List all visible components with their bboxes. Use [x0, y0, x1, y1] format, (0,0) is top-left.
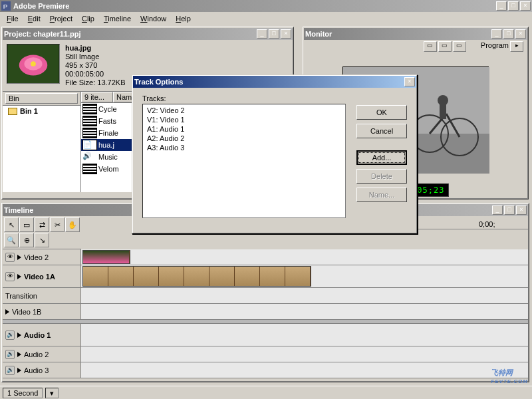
- menu-timeline[interactable]: Timeline: [100, 13, 135, 24]
- delete-button[interactable]: Delete: [356, 169, 407, 184]
- track-body[interactable]: [81, 362, 528, 378]
- track-header[interactable]: 🔊Audio 1: [3, 324, 81, 346]
- track-header[interactable]: 🔊Audio 2: [3, 346, 81, 362]
- bin-tree[interactable]: Bin Bin 1: [3, 92, 81, 192]
- project-max-button[interactable]: □: [269, 29, 279, 39]
- timeline-max-button[interactable]: □: [504, 205, 515, 215]
- video-clip[interactable]: [82, 266, 311, 287]
- range-tool[interactable]: ▭: [19, 217, 34, 232]
- name-button[interactable]: Name...: [356, 188, 407, 202]
- zoom-tool[interactable]: 🔍: [4, 233, 19, 247]
- file-name: Velom: [98, 165, 119, 173]
- razor-tool[interactable]: ✂: [50, 217, 65, 232]
- minimize-button[interactable]: _: [496, 1, 507, 11]
- file-name: hua.jpg: [65, 44, 91, 52]
- visibility-icon[interactable]: 👁: [5, 272, 15, 281]
- file-type: Still Image: [65, 53, 99, 61]
- timeline-min-button[interactable]: _: [492, 205, 503, 215]
- link-tool[interactable]: ⊕: [19, 233, 34, 247]
- track-header[interactable]: 👁Video 1A: [3, 265, 81, 287]
- program-label: Program: [481, 41, 509, 52]
- video-clip[interactable]: [82, 250, 130, 264]
- track-body[interactable]: [81, 346, 528, 362]
- statusbar: 1 Second ▾: [0, 386, 532, 399]
- track-header[interactable]: 👁Video 2: [3, 249, 81, 265]
- film-icon: [82, 128, 97, 138]
- film-icon: [82, 116, 97, 126]
- visibility-icon[interactable]: 👁: [5, 253, 15, 262]
- monitor-titlebar[interactable]: Monitor _ □ ×: [304, 28, 527, 40]
- expand-icon[interactable]: [17, 332, 21, 338]
- track-list-item[interactable]: A3: Audio 3: [147, 143, 341, 152]
- project-min-button[interactable]: _: [257, 29, 267, 39]
- maximize-button[interactable]: □: [508, 1, 519, 11]
- dialog-title: Track Options: [134, 78, 404, 86]
- menu-file[interactable]: File: [3, 13, 23, 24]
- monitor-mode-3[interactable]: ▭: [453, 41, 466, 52]
- close-button[interactable]: ×: [520, 1, 531, 11]
- visibility-icon[interactable]: 🔊: [5, 350, 15, 359]
- track-label: Audio 1: [24, 331, 51, 339]
- monitor-min-button[interactable]: _: [491, 29, 502, 39]
- track-body[interactable]: [81, 304, 528, 319]
- cancel-button[interactable]: Cancel: [356, 124, 407, 138]
- expand-icon[interactable]: [17, 352, 21, 357]
- app-titlebar: P Adobe Premiere _ □ ×: [0, 0, 532, 12]
- project-close-button[interactable]: ×: [281, 29, 291, 39]
- hand-tool[interactable]: ✋: [65, 217, 80, 232]
- track-body[interactable]: [81, 265, 528, 287]
- menu-clip[interactable]: Clip: [78, 13, 98, 24]
- monitor-mode-2[interactable]: ▭: [438, 41, 452, 52]
- track-list-item[interactable]: A2: Audio 2: [147, 134, 341, 143]
- expand-icon[interactable]: [17, 255, 21, 260]
- monitor-title: Monitor: [305, 30, 491, 38]
- file-duration: 00:00:05:00: [65, 70, 104, 78]
- track-body[interactable]: [81, 324, 528, 346]
- film-icon: [82, 164, 97, 174]
- ripple-tool[interactable]: ⇄: [35, 217, 49, 232]
- track-list-item[interactable]: V1: Video 1: [147, 115, 341, 124]
- file-dims: 495 x 370: [65, 61, 97, 69]
- menu-project[interactable]: Project: [46, 13, 76, 24]
- menu-help[interactable]: Help: [172, 13, 195, 24]
- track-body[interactable]: [81, 288, 528, 303]
- file-name: hua.j: [98, 141, 114, 149]
- track-header[interactable]: 🔊Audio 3: [3, 362, 81, 378]
- ok-button[interactable]: OK: [356, 105, 407, 120]
- menu-edit[interactable]: Edit: [24, 13, 45, 24]
- monitor-mode-1[interactable]: ▭: [424, 41, 437, 52]
- col-count[interactable]: 9 ite...: [81, 92, 113, 102]
- track-body[interactable]: [81, 249, 528, 265]
- menu-window[interactable]: Window: [136, 13, 170, 24]
- add-button[interactable]: Add...: [356, 150, 407, 165]
- zoom-level[interactable]: 1 Second: [3, 388, 43, 398]
- visibility-icon[interactable]: 🔊: [5, 366, 15, 375]
- file-size: File Size: 13.72KB: [65, 78, 126, 86]
- dialog-titlebar[interactable]: Track Options ×: [133, 76, 416, 88]
- dialog-close-button[interactable]: ×: [404, 77, 415, 86]
- program-menu-button[interactable]: ▸: [510, 41, 523, 52]
- expand-icon[interactable]: [5, 309, 9, 315]
- project-titlebar[interactable]: Project: chapter11.ppj _ □ ×: [3, 28, 293, 40]
- file-name: Finale: [98, 129, 118, 137]
- visibility-icon[interactable]: 🔊: [5, 331, 15, 340]
- bin-item[interactable]: Bin 1: [3, 106, 80, 116]
- monitor-close-button[interactable]: ×: [515, 29, 526, 39]
- status-tool-1[interactable]: ▾: [45, 388, 59, 398]
- track-header[interactable]: Transition: [3, 288, 81, 303]
- select-tool[interactable]: ↖: [4, 217, 19, 232]
- tracks-label: Tracks:: [142, 94, 346, 102]
- expand-icon[interactable]: [17, 368, 21, 373]
- expand-icon[interactable]: [17, 274, 21, 279]
- tracks-listbox[interactable]: V2: Video 2V1: Video 1A1: Audio 1A2: Aud…: [142, 104, 346, 218]
- in-tool[interactable]: ↘: [35, 233, 49, 247]
- file-info: hua.jpg Still Image 495 x 370 00:00:05:0…: [65, 44, 126, 87]
- timeline-close-button[interactable]: ×: [516, 205, 527, 215]
- monitor-max-button[interactable]: □: [503, 29, 514, 39]
- timeline-track: 🔊Audio 3: [3, 362, 528, 378]
- menubar: File Edit Project Clip Timeline Window H…: [0, 12, 532, 25]
- track-list-item[interactable]: A1: Audio 1: [147, 124, 341, 134]
- track-header[interactable]: Video 1B: [3, 304, 81, 319]
- project-title: Project: chapter11.ppj: [4, 30, 257, 38]
- track-list-item[interactable]: V2: Video 2: [147, 106, 341, 115]
